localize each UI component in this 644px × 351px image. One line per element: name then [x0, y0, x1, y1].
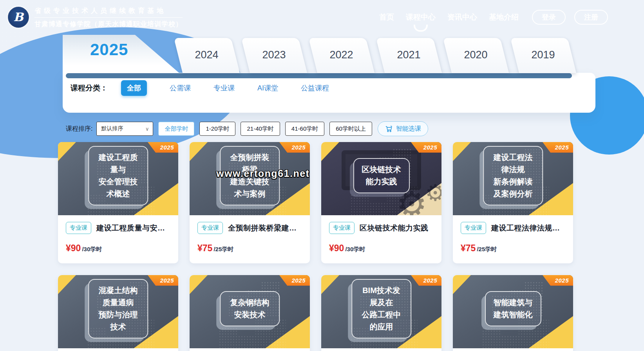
course-price: ¥90 [329, 243, 344, 254]
year-badge-label: 2025 [292, 144, 306, 151]
hour-filter-全部学时[interactable]: 全部学时 [158, 122, 194, 136]
course-grid: ⚙ ⚙ 建设工程质量与 安全管理技术概述 2025 专业课 建设工程质量与安… … [58, 142, 573, 351]
course-hours: /25学时 [477, 246, 497, 253]
course-info: 专业课 全预制拼装桥梁建… ¥75 /25学时 [190, 215, 310, 254]
main-nav: 首页 课程中心 资讯中心 基地介绍 [379, 12, 519, 22]
course-cover-image: ⚙ ⚙ 复杂钢结构安装技术 2025 [190, 275, 310, 348]
nav-item-label: 资讯中心 [447, 13, 477, 21]
course-card[interactable]: ⚙ ⚙ BIM技术发展及在 公路工程中的应用 2025 [321, 275, 441, 351]
category-tag: 专业课 [197, 222, 223, 234]
course-title[interactable]: 建设工程法律法规… [491, 223, 560, 233]
category-filter-公需课[interactable]: 公需课 [170, 83, 191, 93]
site-header: B 省级专业技术人员继续教育基地 甘肃博通专修学院（原天水博通职业培训学校） 首… [0, 0, 644, 34]
category-tag: 专业课 [329, 222, 355, 234]
course-info [321, 348, 441, 351]
year-badge-label: 2025 [423, 144, 437, 151]
tab-underline-bar [66, 73, 572, 78]
nav-item-首页[interactable]: 首页 [379, 12, 394, 22]
logo-letter: B [13, 11, 23, 23]
year-badge-label: 2025 [160, 277, 174, 284]
brand-line-1: 省级专业技术人员继续教育基地 [34, 6, 183, 18]
category-filter-专业课[interactable]: 专业课 [213, 83, 235, 93]
category-filter-公益课程[interactable]: 公益课程 [301, 83, 329, 93]
year-tab-label: 2020 [447, 38, 505, 72]
hour-filter-41-60学时[interactable]: 41-60学时 [285, 122, 324, 136]
course-info: 专业课 区块链技术能力实践 ¥90 /30学时 [321, 215, 441, 254]
year-tab-label: 2019 [515, 38, 572, 72]
school-logo: B [7, 6, 30, 29]
course-hours: /30学时 [82, 246, 102, 253]
category-label: 课程分类： [71, 83, 108, 93]
year-tab-2023[interactable]: 2023 [241, 38, 307, 73]
year-badge-label: 2025 [160, 144, 174, 151]
category-filter-row: 课程分类： 全部公需课专业课AI课堂公益课程 [71, 80, 329, 96]
register-button[interactable]: 注册 [574, 10, 608, 25]
hour-filter-21-40学时[interactable]: 21-40学时 [241, 122, 280, 136]
cover-title: BIM技术发展及在 公路工程中的应用 [351, 279, 412, 338]
course-cover-image: ⚙ ⚙ 混凝土结构质量通病 预防与治理技术 2025 [58, 275, 178, 348]
login-button[interactable]: 登录 [532, 10, 566, 25]
cover-title: 全预制拼装桥梁 建造关键技术与案例 [220, 146, 280, 205]
category-tag: 专业课 [66, 222, 91, 234]
cover-title: 建设工程质量与 安全管理技术概述 [88, 146, 148, 205]
course-info: 专业课 建设工程质量与安… ¥90 /30学时 [58, 215, 178, 254]
cover-title: 区块链技术 能力实践 [353, 158, 410, 193]
category-tag: 专业课 [461, 222, 486, 234]
year-tab-2021[interactable]: 2021 [376, 38, 442, 73]
course-hours: /25学时 [213, 246, 233, 253]
cover-title: 智能建筑与 建筑智能化 [485, 291, 541, 326]
year-tab-2024[interactable]: 2024 [174, 38, 240, 73]
category-filter-AI课堂[interactable]: AI课堂 [257, 83, 278, 93]
year-tab-2022[interactable]: 2022 [309, 38, 374, 73]
sort-row: 课程排序: 默认排序 ∨ 全部学时1-20学时21-40学时41-60学时60学… [66, 121, 428, 136]
sort-select-dropdown[interactable]: 默认排序 ∨ [96, 122, 153, 136]
smart-select-label: 智能选课 [396, 125, 421, 133]
category-filter-全部[interactable]: 全部 [121, 80, 147, 96]
brand-line-2: 甘肃博通专修学院（原天水博通职业培训学校） [34, 20, 183, 29]
course-card[interactable]: ⚙ ⚙ 建设工程法律法规 新条例解读及案例分析 2025 专业课 建设工程法律法… [453, 142, 573, 263]
course-card[interactable]: ⚙ ⚙ 区块链技术 能力实践 2025 专业课 区块链技术能力实践 ¥90 /3… [321, 142, 441, 263]
sort-selected-value: 默认排序 [101, 125, 123, 132]
course-cover-image: ⚙ ⚙ BIM技术发展及在 公路工程中的应用 2025 [321, 275, 441, 348]
year-tab-label: 2022 [313, 38, 370, 72]
hour-filter-60学时以上[interactable]: 60学时以上 [329, 122, 372, 136]
page: B 省级专业技术人员继续教育基地 甘肃博通专修学院（原天水博通职业培训学校） 首… [0, 0, 644, 351]
course-info [190, 348, 310, 351]
year-tab-2020[interactable]: 2020 [443, 38, 509, 73]
nav-item-基地介绍[interactable]: 基地介绍 [489, 12, 519, 22]
course-price: ¥75 [197, 243, 212, 254]
nav-item-label: 基地介绍 [489, 13, 519, 21]
course-title[interactable]: 区块链技术能力实践 [360, 223, 429, 233]
course-card[interactable]: ⚙ ⚙ 复杂钢结构安装技术 2025 [190, 275, 310, 351]
course-card[interactable]: ⚙ ⚙ 全预制拼装桥梁 建造关键技术与案例 2025 专业课 全预制拼装桥梁建…… [190, 142, 310, 263]
year-tab-label: 2024 [178, 38, 235, 72]
nav-item-label: 课程中心 [406, 13, 436, 21]
year-badge-label: 2025 [292, 277, 306, 284]
course-cover-image: ⚙ ⚙ 全预制拼装桥梁 建造关键技术与案例 2025 [190, 142, 310, 215]
year-badge-label: 2025 [555, 144, 569, 151]
course-title[interactable]: 全预制拼装桥梁建… [228, 223, 297, 233]
course-card[interactable]: ⚙ ⚙ 智能建筑与 建筑智能化 2025 [453, 275, 573, 351]
course-info: 专业课 建设工程法律法规… ¥75 /25学时 [453, 215, 573, 254]
nav-item-课程中心[interactable]: 课程中心 [406, 12, 436, 22]
nav-item-资讯中心[interactable]: 资讯中心 [447, 12, 477, 22]
cover-title: 复杂钢结构安装技术 [220, 291, 280, 326]
chevron-down-icon: ∨ [145, 126, 149, 132]
course-hours: /30学时 [345, 246, 365, 253]
sort-label: 课程排序: [66, 125, 92, 133]
course-card[interactable]: ⚙ ⚙ 混凝土结构质量通病 预防与治理技术 2025 [58, 275, 178, 351]
hour-filter-1-20学时[interactable]: 1-20学时 [199, 122, 235, 136]
year-tab-label: 2023 [246, 38, 303, 72]
course-info [58, 348, 178, 351]
gear-icon: ⚙ [425, 182, 441, 204]
course-title[interactable]: 建设工程质量与安… [96, 223, 165, 233]
year-tab-2019[interactable]: 2019 [510, 38, 576, 73]
course-cover-image: ⚙ ⚙ 区块链技术 能力实践 2025 [321, 142, 441, 215]
course-cover-image: ⚙ ⚙ 建设工程法律法规 新条例解读及案例分析 2025 [453, 142, 573, 215]
course-cover-image: ⚙ ⚙ 智能建筑与 建筑智能化 2025 [453, 275, 573, 348]
course-info [453, 348, 573, 351]
smart-select-button[interactable]: 智能选课 [378, 121, 428, 136]
course-card[interactable]: ⚙ ⚙ 建设工程质量与 安全管理技术概述 2025 专业课 建设工程质量与安… … [58, 142, 178, 263]
year-badge-label: 2025 [423, 277, 437, 284]
course-cover-image: ⚙ ⚙ 建设工程质量与 安全管理技术概述 2025 [58, 142, 178, 215]
